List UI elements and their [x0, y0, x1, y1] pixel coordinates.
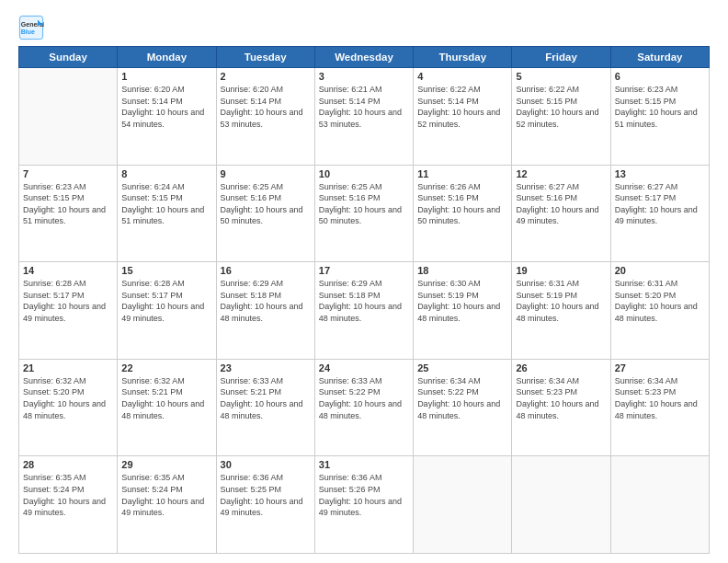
day-info: Sunrise: 6:34 AMSunset: 5:23 PMDaylight:… [615, 375, 705, 421]
day-info: Sunrise: 6:32 AMSunset: 5:21 PMDaylight:… [121, 375, 211, 421]
day-number: 5 [516, 71, 606, 82]
calendar-cell: 16Sunrise: 6:29 AMSunset: 5:18 PMDayligh… [216, 262, 314, 360]
day-info: Sunrise: 6:34 AMSunset: 5:22 PMDaylight:… [417, 375, 507, 421]
calendar-cell: 28Sunrise: 6:35 AMSunset: 5:24 PMDayligh… [19, 456, 118, 554]
day-header-wednesday: Wednesday [314, 47, 413, 68]
calendar-cell: 29Sunrise: 6:35 AMSunset: 5:24 PMDayligh… [118, 456, 216, 554]
day-info: Sunrise: 6:33 AMSunset: 5:22 PMDaylight:… [319, 375, 409, 421]
day-info: Sunrise: 6:36 AMSunset: 5:25 PMDaylight:… [221, 472, 311, 518]
day-number: 7 [23, 168, 113, 179]
day-number: 10 [319, 168, 409, 179]
calendar-cell: 20Sunrise: 6:31 AMSunset: 5:20 PMDayligh… [610, 262, 709, 360]
day-header-row: SundayMondayTuesdayWednesdayThursdayFrid… [19, 47, 710, 68]
day-header-monday: Monday [118, 47, 216, 68]
calendar-cell [512, 456, 610, 554]
day-number: 22 [121, 362, 211, 373]
calendar-cell: 13Sunrise: 6:27 AMSunset: 5:17 PMDayligh… [610, 165, 709, 262]
calendar-week-2: 7Sunrise: 6:23 AMSunset: 5:15 PMDaylight… [19, 165, 710, 262]
day-number: 28 [23, 459, 113, 470]
day-number: 27 [615, 362, 705, 373]
calendar-cell: 4Sunrise: 6:22 AMSunset: 5:14 PMDaylight… [414, 68, 512, 166]
calendar-cell: 11Sunrise: 6:26 AMSunset: 5:16 PMDayligh… [414, 165, 512, 262]
day-info: Sunrise: 6:25 AMSunset: 5:16 PMDaylight:… [221, 181, 311, 227]
day-info: Sunrise: 6:32 AMSunset: 5:20 PMDaylight:… [23, 375, 113, 421]
calendar-cell: 8Sunrise: 6:24 AMSunset: 5:15 PMDaylight… [118, 165, 216, 262]
day-info: Sunrise: 6:34 AMSunset: 5:23 PMDaylight:… [516, 375, 606, 421]
day-number: 18 [417, 265, 507, 276]
calendar-week-5: 28Sunrise: 6:35 AMSunset: 5:24 PMDayligh… [19, 456, 710, 554]
calendar-cell: 2Sunrise: 6:20 AMSunset: 5:14 PMDaylight… [216, 68, 314, 166]
day-number: 31 [319, 459, 409, 470]
day-info: Sunrise: 6:20 AMSunset: 5:14 PMDaylight:… [221, 84, 311, 130]
day-header-saturday: Saturday [610, 47, 709, 68]
calendar-cell: 7Sunrise: 6:23 AMSunset: 5:15 PMDaylight… [19, 165, 118, 262]
calendar-cell: 27Sunrise: 6:34 AMSunset: 5:23 PMDayligh… [610, 359, 709, 456]
calendar-cell [414, 456, 512, 554]
calendar-cell: 1Sunrise: 6:20 AMSunset: 5:14 PMDaylight… [118, 68, 216, 166]
calendar-cell: 24Sunrise: 6:33 AMSunset: 5:22 PMDayligh… [314, 359, 413, 456]
day-info: Sunrise: 6:28 AMSunset: 5:17 PMDaylight:… [23, 278, 113, 324]
day-number: 23 [221, 362, 311, 373]
day-info: Sunrise: 6:29 AMSunset: 5:18 PMDaylight:… [221, 278, 311, 324]
day-number: 24 [319, 362, 409, 373]
calendar-week-4: 21Sunrise: 6:32 AMSunset: 5:20 PMDayligh… [19, 359, 710, 456]
calendar-cell: 9Sunrise: 6:25 AMSunset: 5:16 PMDaylight… [216, 165, 314, 262]
day-info: Sunrise: 6:20 AMSunset: 5:14 PMDaylight:… [121, 84, 211, 130]
day-header-friday: Friday [512, 47, 610, 68]
day-info: Sunrise: 6:28 AMSunset: 5:17 PMDaylight:… [121, 278, 211, 324]
day-info: Sunrise: 6:25 AMSunset: 5:16 PMDaylight:… [319, 181, 409, 227]
svg-rect-0 [19, 16, 42, 39]
header: General Blue [18, 15, 710, 40]
day-number: 12 [516, 168, 606, 179]
calendar-week-3: 14Sunrise: 6:28 AMSunset: 5:17 PMDayligh… [19, 262, 710, 360]
day-number: 3 [319, 71, 409, 82]
calendar-cell: 31Sunrise: 6:36 AMSunset: 5:26 PMDayligh… [314, 456, 413, 554]
calendar-cell: 18Sunrise: 6:30 AMSunset: 5:19 PMDayligh… [414, 262, 512, 360]
day-number: 1 [121, 71, 211, 82]
calendar-table: SundayMondayTuesdayWednesdayThursdayFrid… [18, 46, 710, 554]
day-info: Sunrise: 6:22 AMSunset: 5:14 PMDaylight:… [417, 84, 507, 130]
day-number: 6 [615, 71, 705, 82]
calendar-week-1: 1Sunrise: 6:20 AMSunset: 5:14 PMDaylight… [19, 68, 710, 166]
calendar-cell [19, 68, 118, 166]
day-number: 25 [417, 362, 507, 373]
day-number: 2 [221, 71, 311, 82]
day-info: Sunrise: 6:27 AMSunset: 5:16 PMDaylight:… [516, 181, 606, 227]
day-info: Sunrise: 6:27 AMSunset: 5:17 PMDaylight:… [615, 181, 705, 227]
day-info: Sunrise: 6:22 AMSunset: 5:15 PMDaylight:… [516, 84, 606, 130]
day-number: 9 [221, 168, 311, 179]
day-info: Sunrise: 6:26 AMSunset: 5:16 PMDaylight:… [417, 181, 507, 227]
calendar-cell: 23Sunrise: 6:33 AMSunset: 5:21 PMDayligh… [216, 359, 314, 456]
day-info: Sunrise: 6:31 AMSunset: 5:19 PMDaylight:… [516, 278, 606, 324]
day-number: 20 [615, 265, 705, 276]
calendar-cell [610, 456, 709, 554]
day-number: 4 [417, 71, 507, 82]
day-info: Sunrise: 6:23 AMSunset: 5:15 PMDaylight:… [615, 84, 705, 130]
calendar-cell: 6Sunrise: 6:23 AMSunset: 5:15 PMDaylight… [610, 68, 709, 166]
day-number: 26 [516, 362, 606, 373]
day-info: Sunrise: 6:35 AMSunset: 5:24 PMDaylight:… [23, 472, 113, 518]
calendar-cell: 15Sunrise: 6:28 AMSunset: 5:17 PMDayligh… [118, 262, 216, 360]
logo: General Blue [18, 15, 48, 40]
calendar-cell: 5Sunrise: 6:22 AMSunset: 5:15 PMDaylight… [512, 68, 610, 166]
logo-icon: General Blue [18, 15, 44, 40]
day-info: Sunrise: 6:24 AMSunset: 5:15 PMDaylight:… [121, 181, 211, 227]
day-number: 29 [121, 459, 211, 470]
day-info: Sunrise: 6:36 AMSunset: 5:26 PMDaylight:… [319, 472, 409, 518]
calendar-cell: 22Sunrise: 6:32 AMSunset: 5:21 PMDayligh… [118, 359, 216, 456]
day-info: Sunrise: 6:33 AMSunset: 5:21 PMDaylight:… [221, 375, 311, 421]
day-info: Sunrise: 6:31 AMSunset: 5:20 PMDaylight:… [615, 278, 705, 324]
calendar-cell: 19Sunrise: 6:31 AMSunset: 5:19 PMDayligh… [512, 262, 610, 360]
day-header-tuesday: Tuesday [216, 47, 314, 68]
calendar-cell: 10Sunrise: 6:25 AMSunset: 5:16 PMDayligh… [314, 165, 413, 262]
day-number: 14 [23, 265, 113, 276]
day-number: 15 [121, 265, 211, 276]
day-number: 30 [221, 459, 311, 470]
day-info: Sunrise: 6:21 AMSunset: 5:14 PMDaylight:… [319, 84, 409, 130]
day-info: Sunrise: 6:35 AMSunset: 5:24 PMDaylight:… [121, 472, 211, 518]
calendar-cell: 30Sunrise: 6:36 AMSunset: 5:25 PMDayligh… [216, 456, 314, 554]
day-number: 19 [516, 265, 606, 276]
day-info: Sunrise: 6:29 AMSunset: 5:18 PMDaylight:… [319, 278, 409, 324]
svg-text:Blue: Blue [21, 29, 35, 35]
day-number: 13 [615, 168, 705, 179]
